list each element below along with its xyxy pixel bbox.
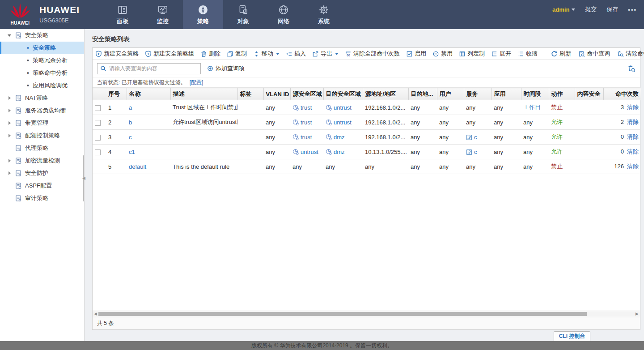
copy-icon [227, 51, 233, 57]
nav-tab-label: 面板 [117, 17, 128, 26]
nav-tab-label: 策略 [197, 17, 209, 26]
sidebar-subitem-policy-redundancy-analysis[interactable]: •策略冗余分析 [0, 54, 84, 67]
clear-hits-link[interactable]: 清除 [627, 119, 639, 125]
collapsed-arrow-icon[interactable] [7, 134, 12, 137]
nav-tab-network[interactable]: 网络 [263, 0, 304, 29]
dst-zone-link[interactable]: untrust [334, 104, 352, 111]
sidebar-item-audit-policy[interactable]: 审计策略 [0, 192, 84, 205]
new-policy-group-button[interactable]: 新建安全策略组 [145, 50, 194, 58]
zone-icon [292, 104, 299, 111]
more-menu-button[interactable]: ••• [628, 6, 637, 13]
sidebar-subitem-security-policy[interactable]: •安全策略 [0, 42, 84, 54]
row-checkbox[interactable] [95, 135, 101, 141]
triangle-right-icon [8, 121, 11, 125]
nav-tab-label: 监控 [157, 17, 169, 26]
action-link[interactable]: 禁止 [551, 163, 563, 170]
sidebar-item-bandwidth-mgmt[interactable]: 带宽管理 [0, 117, 84, 129]
action-link[interactable]: 允许 [551, 119, 563, 125]
save-button[interactable]: 保存 [606, 5, 618, 13]
enable-button[interactable]: 启用 [406, 50, 426, 58]
collapsed-arrow-icon[interactable] [7, 159, 12, 162]
nav-tab-dashboard[interactable]: 面板 [102, 0, 143, 29]
sidebar-item-proxy-policy[interactable]: 代理策略 [0, 142, 84, 154]
scroll-left-arrow-icon[interactable]: ◀ [94, 312, 97, 316]
user-menu[interactable]: admin [552, 6, 575, 13]
time-range-link[interactable]: 工作日 [523, 104, 541, 111]
collapsed-arrow-icon[interactable] [7, 109, 12, 112]
cli-console-button[interactable]: CLI 控制台 [554, 331, 590, 341]
clear-hits-link[interactable]: 清除 [627, 133, 639, 140]
customize-columns-button[interactable]: 列定制 [459, 50, 485, 58]
user-cell: any [437, 100, 464, 115]
nav-tab-policy[interactable]: 策略 [183, 0, 223, 29]
hit-query-button[interactable]: 命中查询 [578, 50, 610, 58]
policy-name-link[interactable]: a [129, 104, 132, 111]
sidebar-item-quota-control-policy[interactable]: 配额控制策略 [0, 129, 84, 142]
collapse-button[interactable]: 收缩 [517, 50, 538, 58]
sidebar-item-aspf-config[interactable]: ASPF配置 [0, 179, 84, 192]
nav-tab-monitor[interactable]: 监控 [143, 0, 183, 29]
policy-name-link[interactable]: b [129, 119, 132, 126]
copy-button[interactable]: 复制 [227, 50, 247, 58]
service-link[interactable]: c [474, 149, 477, 155]
dst-zone-link[interactable]: dmz [334, 134, 345, 141]
clear-hits-link[interactable]: 清除 [627, 163, 639, 170]
clear-search-icon[interactable] [628, 65, 636, 73]
status-config-link[interactable]: [配置] [190, 79, 203, 86]
collapse-icon [517, 51, 524, 57]
sidebar-item-security-policy[interactable]: 安全策略 [0, 29, 84, 42]
disable-icon [432, 51, 439, 57]
submit-button[interactable]: 提交 [585, 5, 597, 13]
move-button[interactable]: 移动 [253, 50, 280, 58]
disable-button[interactable]: 禁用 [432, 50, 453, 58]
src-zone-link[interactable]: trust [301, 134, 312, 141]
dst-zone-link[interactable]: dmz [334, 149, 345, 155]
src-zone-link[interactable]: trust [301, 104, 312, 111]
collapsed-arrow-icon[interactable] [7, 96, 12, 100]
nav-tab-system[interactable]: 系统 [304, 0, 344, 29]
row-checkbox[interactable] [95, 120, 101, 126]
sidebar-subitem-policy-hit-analysis[interactable]: •策略命中分析 [0, 67, 84, 79]
new-policy-button[interactable]: 新建安全策略 [95, 50, 139, 58]
sidebar-item-nat-policy[interactable]: NAT策略 [0, 92, 84, 104]
sidebar-subitem-label: 应用风险调优 [33, 81, 68, 90]
clear-hits-link[interactable]: 清除 [627, 104, 639, 111]
collapsed-arrow-icon[interactable] [7, 171, 12, 175]
triangle-right-icon [8, 109, 11, 112]
policy-name-link[interactable]: c1 [129, 149, 135, 155]
row-checkbox[interactable] [95, 149, 101, 155]
insert-button[interactable]: 插入 [286, 50, 306, 58]
service-link[interactable]: c [474, 134, 477, 141]
dst-zone-link[interactable]: untrust [334, 119, 352, 126]
user-cell: any [437, 159, 464, 174]
clear-all-hits-button[interactable]: 清除全部命中次数 [345, 50, 400, 58]
scroll-right-arrow-icon[interactable]: ▶ [636, 312, 639, 316]
add-query-button[interactable]: 添加查询项 [207, 64, 245, 73]
policy-name-link[interactable]: default [129, 163, 146, 170]
src-zone-link[interactable]: untrust [301, 149, 318, 155]
nav-tab-object[interactable]: 对象 [223, 0, 263, 29]
horizontal-scrollbar[interactable]: ◀ ▶ [93, 311, 640, 317]
action-link[interactable]: 允许 [551, 148, 563, 155]
action-link[interactable]: 禁止 [551, 104, 563, 111]
sidebar-item-server-load-balance[interactable]: 服务器负载均衡 [0, 104, 84, 117]
policy-name-link[interactable]: c [129, 134, 132, 141]
status-text: 当前状态: 已开启基础协议报文过滤。 [97, 79, 186, 86]
clear-hits-link[interactable]: 清除 [627, 148, 639, 155]
src-zone-link[interactable]: trust [301, 119, 312, 126]
sidebar-item-security-protection[interactable]: 安全防护 [0, 167, 84, 179]
collapsed-arrow-icon[interactable] [7, 121, 12, 125]
refresh-button[interactable]: 刷新 [551, 50, 571, 58]
row-checkbox[interactable] [95, 105, 101, 111]
clear-hit-query-button[interactable]: 清除命中查询 [617, 50, 644, 58]
search-input[interactable] [109, 65, 198, 72]
delete-button[interactable]: 删除 [200, 50, 220, 58]
column-header-15: 内容安全 [575, 88, 603, 100]
scrollbar-thumb[interactable] [98, 312, 587, 316]
expanded-arrow-icon[interactable] [7, 34, 12, 37]
expand-button[interactable]: 展开 [491, 50, 511, 58]
sidebar-item-encrypted-traffic-detection[interactable]: 加密流量检测 [0, 154, 84, 167]
sidebar-subitem-app-risk-tuning[interactable]: •应用风险调优 [0, 79, 84, 92]
export-button[interactable]: 导出 [312, 50, 339, 58]
action-link[interactable]: 允许 [551, 133, 563, 140]
